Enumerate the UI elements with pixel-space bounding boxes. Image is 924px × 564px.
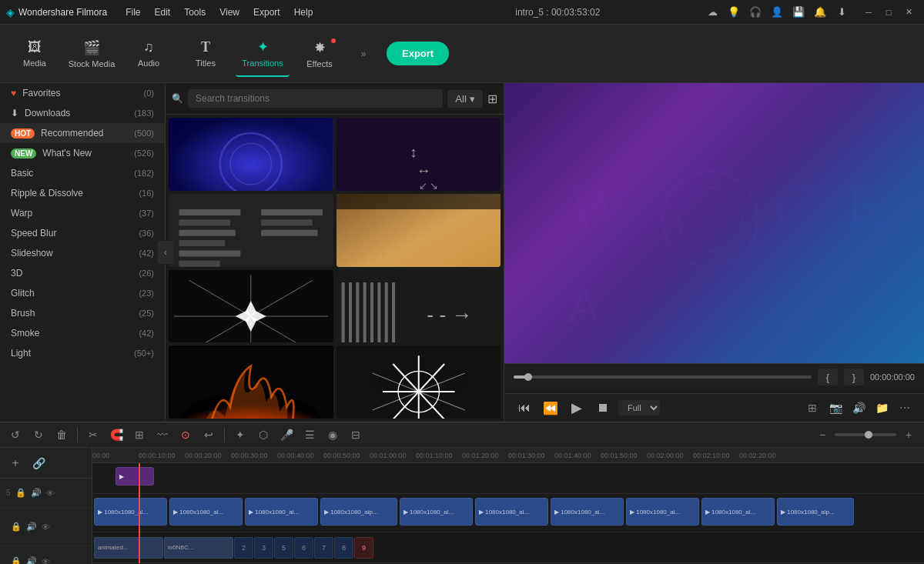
export-button[interactable]: Export	[387, 42, 449, 65]
expand-toolbar-button[interactable]: »	[353, 43, 374, 65]
progress-thumb[interactable]	[524, 373, 532, 381]
save-frame-icon[interactable]: 📁	[872, 398, 892, 418]
fullscreen-icon[interactable]: ⊞	[802, 398, 822, 418]
voice-button[interactable]: 🎤	[277, 426, 296, 444]
menu-export[interactable]: Export	[247, 4, 286, 21]
delete-button[interactable]: 🗑	[52, 426, 71, 444]
media-tab[interactable]: 🖼 Media	[8, 31, 62, 77]
bulb-icon[interactable]: 💡	[725, 4, 742, 21]
minimap-button[interactable]: ⊟	[346, 426, 365, 444]
track3-eye-icon[interactable]: 👁	[42, 557, 50, 565]
sidebar-item-whats-new[interactable]: NEW What's New (526)	[0, 143, 165, 163]
menu-view[interactable]: View	[213, 4, 246, 21]
track3-lock-icon[interactable]: 🔒	[11, 556, 22, 564]
waveform-button[interactable]: 〰	[153, 426, 172, 444]
grid-view-button[interactable]: ⊞	[487, 92, 497, 106]
link-track-button[interactable]: 🔗	[29, 454, 48, 472]
more-icon[interactable]: ⋯	[895, 398, 915, 418]
zoom-in-button[interactable]: +	[899, 426, 918, 444]
sidebar-item-slideshow[interactable]: Slideshow (42)	[0, 243, 165, 263]
bottom-clip-4[interactable]: 3	[254, 537, 273, 559]
headphone-icon[interactable]: 🎧	[747, 4, 764, 21]
menu-tools[interactable]: Tools	[178, 4, 212, 21]
speaker-icon[interactable]: 🔊	[849, 398, 869, 418]
rotate-button[interactable]: ↩	[199, 426, 218, 444]
bottom-clip-9[interactable]: 9	[354, 537, 373, 559]
stop-button[interactable]: ⏹	[592, 397, 614, 419]
clip-9[interactable]: ▶ 1080x1080_al...	[701, 498, 775, 526]
sidebar-item-ripple[interactable]: Ripple & Dissolve (16)	[0, 183, 165, 203]
titles-tab[interactable]: T Titles	[179, 31, 233, 77]
sidebar-item-recommended[interactable]: HOT Recommended (500)	[0, 123, 165, 143]
transition-cinematic[interactable]: ⬇ Cinematic Digital Slidesh...	[336, 194, 501, 267]
transition-fade-single[interactable]: ⬇ Fade Single Track	[169, 194, 333, 267]
subtitle-button[interactable]: ☰	[300, 426, 319, 444]
track1-lock-icon[interactable]: 🔒	[15, 488, 26, 498]
sidebar-item-brush[interactable]: Brush (25)	[0, 303, 165, 323]
transition-warp-zoom3[interactable]: ⬇ Warp Zoom 3	[169, 270, 333, 343]
sidebar-item-3d[interactable]: 3D (26)	[0, 263, 165, 283]
stock-media-tab[interactable]: 🎬 Stock Media	[65, 31, 119, 77]
transition-wind[interactable]: - - → ⬇ Wind	[336, 270, 501, 343]
bottom-clip-2[interactable]: io0N6C...	[164, 537, 233, 559]
magnet-button[interactable]: 🧲	[107, 426, 126, 444]
menu-file[interactable]: File	[119, 4, 146, 21]
sidebar-item-smoke[interactable]: Smoke (42)	[0, 323, 165, 343]
playhead[interactable]	[139, 463, 140, 563]
zoom-slider[interactable]	[835, 433, 896, 436]
bottom-clip-6[interactable]: 6	[294, 537, 313, 559]
add-track-button[interactable]: +	[6, 454, 25, 472]
out-point-button[interactable]: }	[844, 369, 864, 385]
clip-5[interactable]: ▶ 1080x1080_al...	[400, 498, 473, 526]
maximize-button[interactable]: □	[879, 5, 898, 20]
bottom-clip-5[interactable]: 5	[274, 537, 293, 559]
clip-4[interactable]: ▶ 1080x1080_alp...	[320, 498, 397, 526]
account-icon[interactable]: 👤	[768, 4, 785, 21]
quality-select[interactable]: Full 1/2 1/4	[618, 400, 660, 415]
menu-edit[interactable]: Edit	[149, 4, 177, 21]
transition-shock[interactable]: ⬇ Shock	[169, 118, 333, 191]
bottom-clip-7[interactable]: 7	[314, 537, 333, 559]
clip-6[interactable]: ▶ 1080x1080_al...	[475, 498, 548, 526]
transition-transition06[interactable]: ⬇ Transition06	[169, 345, 333, 419]
transitions-tab[interactable]: ✦ Transitions	[236, 31, 290, 77]
track-clip-transition[interactable]: ▶	[116, 467, 154, 486]
track1-eye-icon[interactable]: 👁	[46, 489, 55, 498]
clip-1[interactable]: ▶ 1080x1080_al...	[94, 498, 167, 526]
download-icon[interactable]: ⬇	[833, 4, 850, 21]
clip-2[interactable]: ▶ 1080x1080_al...	[169, 498, 243, 526]
track2-eye-icon[interactable]: 👁	[42, 522, 50, 532]
audio-tab[interactable]: ♫ Audio	[122, 31, 176, 77]
cloud-icon[interactable]: ☁	[704, 4, 721, 21]
mask-button[interactable]: ⬡	[254, 426, 273, 444]
clip-3[interactable]: ▶ 1080x1080_al...	[245, 498, 318, 526]
track2-lock-icon[interactable]: 🔒	[11, 522, 22, 532]
transition-fade-white[interactable]: ⬇ Fade White	[336, 345, 501, 419]
clip-7[interactable]: ▶ 1080x1080_al...	[551, 498, 624, 526]
track3-audio-icon[interactable]: 🔊	[26, 556, 37, 564]
sidebar-item-speed-blur[interactable]: Speed Blur (36)	[0, 223, 165, 243]
sidebar-item-light[interactable]: Light (50+)	[0, 343, 165, 363]
cut-button[interactable]: ✂	[84, 426, 102, 444]
sidebar-item-glitch[interactable]: Glitch (23)	[0, 283, 165, 303]
effects-timeline-button[interactable]: ✦	[231, 426, 249, 444]
sidebar-item-favorites[interactable]: ♥ Favorites (0)	[0, 83, 165, 103]
adjust-button[interactable]: ⊞	[130, 426, 149, 444]
bottom-clip-3[interactable]: 2	[234, 537, 253, 559]
sidebar-item-downloads[interactable]: ⬇ Downloads (183)	[0, 103, 165, 123]
ai-button[interactable]: ◉	[323, 426, 342, 444]
record-button[interactable]: ⊙	[176, 426, 195, 444]
camera-icon[interactable]: 📷	[825, 398, 845, 418]
notification-icon[interactable]: 🔔	[812, 4, 829, 21]
minimize-button[interactable]: ─	[859, 5, 878, 20]
sidebar-item-warp[interactable]: Warp (37)	[0, 203, 165, 223]
track1-audio-icon[interactable]: 🔊	[31, 488, 42, 498]
zoom-out-button[interactable]: −	[813, 426, 832, 444]
bottom-clip-8[interactable]: 8	[334, 537, 353, 559]
zoom-thumb[interactable]	[865, 431, 872, 439]
prev-frame-button[interactable]: ⏮	[514, 397, 535, 419]
clip-8[interactable]: ▶ 1080x1080_al...	[626, 498, 699, 526]
track2-audio-icon[interactable]: 🔊	[26, 522, 37, 532]
clip-10[interactable]: ▶ 1080x1080_alp...	[777, 498, 854, 526]
progress-bar[interactable]	[514, 375, 812, 379]
